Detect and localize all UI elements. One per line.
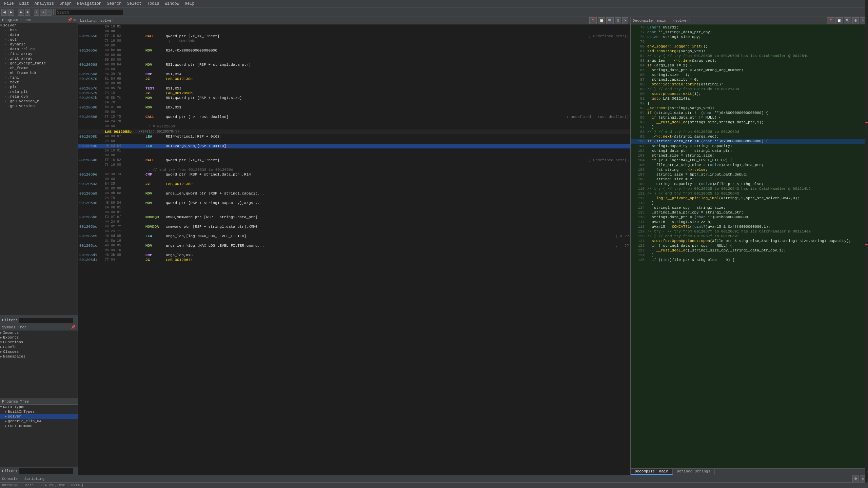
dec-line[interactable]: 98// } // end try from 00120538 to 00120… bbox=[631, 129, 868, 134]
dec-line[interactable]: 118 uVar15 = CONCAT71((uint7)uVar15 & 0x… bbox=[631, 224, 868, 229]
tree-text[interactable]: ·.text bbox=[0, 80, 78, 85]
decompile-content[interactable]: 76ushort uVar32; 77char **_string1_data_… bbox=[631, 24, 868, 468]
dec-line[interactable]: 110// try { // try from 00120625 to 0012… bbox=[631, 186, 868, 191]
dec-line[interactable]: 82// try { // try from 00120538 to 00120… bbox=[631, 54, 868, 58]
decompile-copy-icon[interactable]: 📋 bbox=[835, 17, 843, 24]
toolbar-forward[interactable]: ▶ bbox=[8, 9, 14, 16]
toolbar-step-over[interactable]: ↪ bbox=[40, 9, 46, 16]
listing-copy-icon[interactable]: 📋 bbox=[598, 17, 605, 24]
asm-mov-rdi[interactable]: 0012057b 48 8b 7c MOV RDI,qword ptr [RSP… bbox=[78, 96, 630, 100]
asm-line[interactable]: da 8a 16 bbox=[78, 248, 630, 253]
tree-generic-clib[interactable]: ▶generic_clib_64 bbox=[0, 419, 78, 424]
dec-line[interactable]: 76ushort uVar32; bbox=[631, 25, 868, 30]
asm-mov-log-filter[interactable]: 001205cc 48 8b 05 MOV args_len=>log::MAX… bbox=[78, 243, 630, 248]
decompile-pin-icon[interactable]: 📍 bbox=[827, 17, 834, 24]
tree-dynamic[interactable]: ·.dynamic bbox=[0, 42, 78, 47]
dec-line[interactable]: 107 string1.size = &ptr_str_input_path_d… bbox=[631, 172, 868, 177]
tree-builtin-types[interactable]: ▶BuiltInTypes bbox=[0, 409, 78, 414]
dec-line[interactable]: 85 string1_data_ptr = &ptr_wrong_arg_num… bbox=[631, 68, 868, 73]
asm-call-rust-dealloc[interactable]: 00120585 ff 15 f5 CALL qword ptr [->__ru… bbox=[78, 115, 630, 119]
tree-gcc-except[interactable]: ·.gcc_except_table bbox=[0, 61, 78, 66]
asm-mov-r14[interactable]: 0012055e 49 be 00 MOV R14,-0x80000000000… bbox=[78, 48, 630, 53]
dec-line[interactable]: 105 file_ptr_&_sthg_else = (usize)&strin… bbox=[631, 163, 868, 167]
dec-line[interactable]: 102 string1_data_ptr = string1.data_ptr; bbox=[631, 148, 868, 153]
menu-tools[interactable]: Tools bbox=[144, 1, 162, 7]
menu-search[interactable]: Search bbox=[104, 1, 124, 7]
asm-line[interactable]: 0e 00 00 bbox=[78, 186, 630, 191]
asm-lea-log-filter[interactable]: 001205c5 48 8d 05 LEA args_len,[log::MAX… bbox=[78, 234, 630, 239]
asm-lea-rdi[interactable]: 0012058b 48 8d 87 LEA RDI=>string1,[RSP … bbox=[78, 134, 630, 139]
data-types-filter-input[interactable] bbox=[19, 468, 73, 474]
asm-jz-2[interactable]: 00120579 74 10 JZ LAB_0012058b bbox=[78, 91, 630, 96]
asm-mov-args-len[interactable]: 001205a9 48 8b 6c MOV args_len,qword ptr… bbox=[78, 191, 630, 196]
pin-icon[interactable]: 📌 bbox=[67, 18, 72, 22]
listing-search-icon[interactable]: 🔍 bbox=[606, 17, 614, 24]
asm-line[interactable]: 00 00 00 bbox=[78, 53, 630, 58]
asm-mov-rsi[interactable]: 00120568 48 8d b4 MOV RSI,qword ptr [RSP… bbox=[78, 62, 630, 67]
menu-analysis[interactable]: Analysis bbox=[32, 1, 57, 7]
tree-fini-array[interactable]: ·.fini_array bbox=[0, 52, 78, 56]
tree-imports[interactable]: ▶Imports bbox=[0, 330, 78, 335]
asm-mov-edx[interactable]: 00120580 ba 01 00 MOV EDX,0x1 bbox=[78, 105, 630, 110]
toolbar-step[interactable]: ↓ bbox=[34, 9, 39, 16]
toolbar-run[interactable]: ▶ bbox=[18, 9, 24, 16]
tree-gnu-version-r[interactable]: ·.gnu.version_r bbox=[0, 99, 78, 104]
asm-line[interactable]: ; // end try from 00120538 to 0012069d bbox=[78, 167, 630, 172]
dec-line[interactable]: 88 std::io::stdio::print(&string1); bbox=[631, 82, 868, 87]
toolbar-step-out[interactable]: ↑ bbox=[46, 9, 52, 16]
asm-line[interactable]: dc 8a 16 bbox=[78, 239, 630, 243]
asm-cmp-data-ptr[interactable]: 0012059e 4c 39 74 CMP qword ptr [RSP + s… bbox=[78, 172, 630, 177]
dec-line[interactable]: 77char **_string1_data_ptr_cpy; bbox=[631, 30, 868, 35]
listing-content[interactable]: 24 10 01 00 00 00120558 ff 15 52 CALL qw bbox=[78, 24, 630, 475]
dec-line[interactable]: 81std::env::args(&args_vec); bbox=[631, 49, 868, 54]
dec-line[interactable]: 121 std::fs::OpenOptions::open(&file_ptr… bbox=[631, 239, 868, 243]
dec-line[interactable]: 80env_logger::logger::init(); bbox=[631, 44, 868, 49]
menu-navigation[interactable]: Navigation bbox=[74, 1, 104, 7]
menu-select[interactable]: Select bbox=[124, 1, 144, 7]
asm-cmp-rsi-r14[interactable]: 0012056d 4c 39 f6 CMP RSI,R14 bbox=[78, 72, 630, 77]
dec-line[interactable]: 114 _string1_size_cpy = string1_size; bbox=[631, 205, 868, 210]
asm-line[interactable]: 24 68 bbox=[78, 139, 630, 144]
dec-line[interactable]: 84if (args_len != 2) { bbox=[631, 63, 868, 68]
dec-line[interactable]: 101 string1.capacity = string1.capacity; bbox=[631, 144, 868, 148]
dec-line[interactable]: 91 goto LAB_0012143a; bbox=[631, 96, 868, 101]
tree-classes[interactable]: ▶Classes bbox=[0, 349, 78, 354]
listing-snap-icon[interactable]: 📍 bbox=[589, 17, 597, 24]
asm-line[interactable]: 44 24 71 bbox=[78, 229, 630, 234]
dec-line[interactable]: 125 if ((int)file_ptr_&_sthg_else != 0) … bbox=[631, 258, 868, 262]
asm-jc[interactable]: 001205d1 77 64 JC LAB_00120644 bbox=[78, 258, 630, 262]
asm-mov-capacity[interactable]: 001205ae 48 89 84 MOV qword ptr [RSP + s… bbox=[78, 201, 630, 205]
decompile-settings-icon[interactable]: ⚙ bbox=[852, 17, 859, 24]
asm-lea-rsi-selected[interactable]: 00120590 48 8d b4 LEA RSI=>args_vec,[RSP… bbox=[78, 144, 630, 148]
tree-data-types[interactable]: ▼Data Types bbox=[0, 405, 78, 409]
dec-line[interactable]: 103 string1_size = string1.size; bbox=[631, 153, 868, 158]
asm-jz-3[interactable]: 001205a3 84 35 JZ LAB_001213de bbox=[78, 182, 630, 186]
menu-help[interactable]: Help bbox=[182, 1, 197, 7]
expand-icon[interactable]: ⊞ bbox=[73, 18, 76, 22]
asm-line[interactable]: 7f 16 00 bbox=[78, 163, 630, 167]
toolbar-back[interactable]: ◀ bbox=[1, 9, 7, 16]
listing-settings-icon[interactable]: ⚙ bbox=[615, 17, 621, 24]
asm-line[interactable]: 00 00 bbox=[78, 153, 630, 158]
dec-line[interactable]: 87 string1.capacity = 0; bbox=[631, 77, 868, 82]
asm-test-rsi[interactable]: 00120576 48 85 f6 TEST RSI,RSI bbox=[78, 86, 630, 91]
menu-edit[interactable]: Edit bbox=[17, 1, 32, 7]
asm-line[interactable]: 0e 00 00 bbox=[78, 81, 630, 86]
tree-eh-frame-hdr[interactable]: ·.eh_frame_hdr bbox=[0, 70, 78, 75]
tree-rust-common[interactable]: ▶rust-common bbox=[0, 424, 78, 428]
listing-close-icon[interactable]: ✕ bbox=[622, 17, 628, 24]
tree-rela-dyn[interactable]: ·.rela.dyn bbox=[0, 94, 78, 99]
tree-gnu-version[interactable]: ·.gnu.version bbox=[0, 104, 78, 108]
asm-call-next-2[interactable]: 00120598 ff 15 52 CALL qword ptr [->_<>_… bbox=[78, 158, 630, 163]
dec-line[interactable]: 97 } bbox=[631, 125, 868, 129]
asm-line[interactable]: 00 00 bbox=[78, 29, 630, 34]
asm-line[interactable]: 24 68 bbox=[78, 67, 630, 72]
tree-fini[interactable]: ·.fini bbox=[0, 75, 78, 80]
dec-line[interactable]: 124 } bbox=[631, 253, 868, 258]
tree-bss[interactable]: ·.bss bbox=[0, 28, 78, 33]
dec-line[interactable]: 94if (string1.data_ptr != (char **)0x800… bbox=[631, 110, 868, 115]
dec-line[interactable]: 99 _<>::next(&string1,&args_vec); bbox=[631, 134, 868, 139]
tree-solver-type[interactable]: ▶solver bbox=[0, 414, 78, 419]
asm-line[interactable]: 00 80 00 bbox=[78, 58, 630, 62]
dec-line[interactable]: 120// } // end try from 0012067f to 0012… bbox=[631, 234, 868, 239]
